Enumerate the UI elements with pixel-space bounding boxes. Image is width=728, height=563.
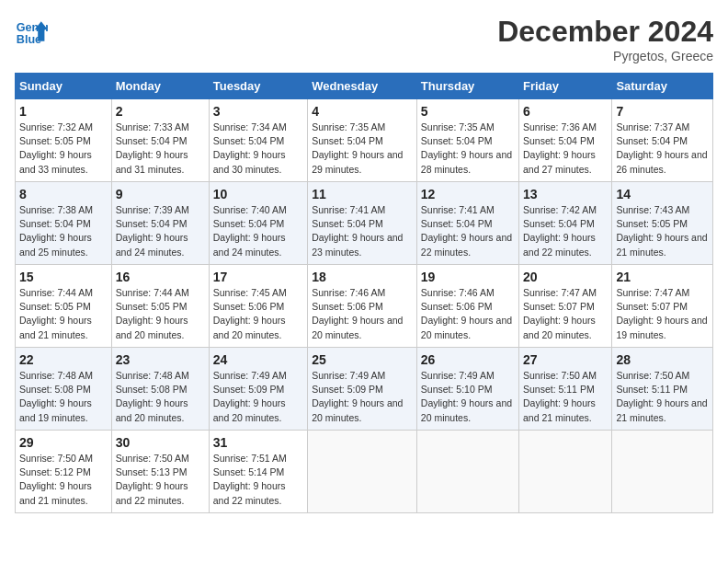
- day-info: Sunrise: 7:44 AMSunset: 5:05 PMDaylight:…: [19, 286, 108, 342]
- day-cell: 31 Sunrise: 7:51 AMSunset: 5:14 PMDaylig…: [209, 431, 307, 513]
- week-row-2: 8 Sunrise: 7:38 AMSunset: 5:04 PMDayligh…: [16, 182, 713, 265]
- weekday-header-monday: Monday: [111, 74, 209, 99]
- day-number: 11: [312, 187, 413, 201]
- weekday-header-thursday: Thursday: [416, 74, 518, 99]
- day-number: 30: [116, 435, 205, 450]
- day-cell: 30 Sunrise: 7:50 AMSunset: 5:13 PMDaylig…: [111, 431, 209, 513]
- day-number: 5: [421, 104, 515, 119]
- day-number: 26: [421, 352, 515, 367]
- day-number: 29: [19, 435, 108, 450]
- day-cell: 17 Sunrise: 7:45 AMSunset: 5:06 PMDaylig…: [209, 265, 307, 348]
- day-info: Sunrise: 7:49 AMSunset: 5:09 PMDaylight:…: [312, 369, 413, 425]
- title-block: December 2024 Pyrgetos, Greece: [497, 15, 713, 63]
- day-cell: 21 Sunrise: 7:47 AMSunset: 5:07 PMDaylig…: [612, 265, 713, 348]
- day-info: Sunrise: 7:50 AMSunset: 5:12 PMDaylight:…: [19, 452, 108, 508]
- day-cell: 11 Sunrise: 7:41 AMSunset: 5:04 PMDaylig…: [308, 182, 417, 265]
- day-info: Sunrise: 7:35 AMSunset: 5:04 PMDaylight:…: [312, 121, 413, 177]
- day-cell: 10 Sunrise: 7:40 AMSunset: 5:04 PMDaylig…: [209, 182, 307, 265]
- day-number: 18: [312, 270, 413, 284]
- day-number: 19: [421, 270, 515, 284]
- day-info: Sunrise: 7:45 AMSunset: 5:06 PMDaylight:…: [213, 286, 303, 342]
- weekday-header-wednesday: Wednesday: [308, 74, 417, 99]
- day-info: Sunrise: 7:47 AMSunset: 5:07 PMDaylight:…: [616, 286, 709, 342]
- day-number: 28: [616, 352, 709, 367]
- day-info: Sunrise: 7:43 AMSunset: 5:05 PMDaylight:…: [616, 203, 709, 259]
- day-cell: 9 Sunrise: 7:39 AMSunset: 5:04 PMDayligh…: [111, 182, 209, 265]
- day-cell: 3 Sunrise: 7:34 AMSunset: 5:04 PMDayligh…: [209, 99, 307, 182]
- week-row-4: 22 Sunrise: 7:48 AMSunset: 5:08 PMDaylig…: [16, 348, 713, 431]
- weekday-header-sunday: Sunday: [16, 74, 112, 99]
- day-info: Sunrise: 7:47 AMSunset: 5:07 PMDaylight:…: [523, 286, 608, 342]
- day-number: 9: [116, 187, 205, 201]
- day-number: 15: [19, 270, 108, 284]
- day-info: Sunrise: 7:48 AMSunset: 5:08 PMDaylight:…: [19, 369, 108, 425]
- day-number: 14: [616, 187, 709, 201]
- weekday-header-saturday: Saturday: [612, 74, 713, 99]
- day-number: 25: [312, 352, 413, 367]
- day-cell: 20 Sunrise: 7:47 AMSunset: 5:07 PMDaylig…: [519, 265, 612, 348]
- day-info: Sunrise: 7:41 AMSunset: 5:04 PMDaylight:…: [421, 203, 515, 259]
- day-number: 8: [19, 187, 108, 201]
- page-header: General Blue December 2024 Pyrgetos, Gre…: [15, 15, 713, 63]
- day-cell: [519, 431, 612, 513]
- day-info: Sunrise: 7:50 AMSunset: 5:13 PMDaylight:…: [116, 452, 205, 508]
- day-cell: 22 Sunrise: 7:48 AMSunset: 5:08 PMDaylig…: [16, 348, 112, 431]
- day-cell: 18 Sunrise: 7:46 AMSunset: 5:06 PMDaylig…: [308, 265, 417, 348]
- day-info: Sunrise: 7:38 AMSunset: 5:04 PMDaylight:…: [19, 203, 108, 259]
- day-info: Sunrise: 7:32 AMSunset: 5:05 PMDaylight:…: [19, 121, 108, 177]
- logo-icon: General Blue: [15, 15, 48, 48]
- day-cell: 29 Sunrise: 7:50 AMSunset: 5:12 PMDaylig…: [16, 431, 112, 513]
- day-info: Sunrise: 7:39 AMSunset: 5:04 PMDaylight:…: [116, 203, 205, 259]
- day-info: Sunrise: 7:37 AMSunset: 5:04 PMDaylight:…: [616, 121, 709, 177]
- day-cell: 5 Sunrise: 7:35 AMSunset: 5:04 PMDayligh…: [416, 99, 518, 182]
- day-cell: [612, 431, 713, 513]
- day-number: 10: [213, 187, 303, 201]
- day-cell: 15 Sunrise: 7:44 AMSunset: 5:05 PMDaylig…: [16, 265, 112, 348]
- day-info: Sunrise: 7:50 AMSunset: 5:11 PMDaylight:…: [616, 369, 709, 425]
- day-info: Sunrise: 7:44 AMSunset: 5:05 PMDaylight:…: [116, 286, 205, 342]
- day-cell: 27 Sunrise: 7:50 AMSunset: 5:11 PMDaylig…: [519, 348, 612, 431]
- day-number: 23: [116, 352, 205, 367]
- day-cell: 8 Sunrise: 7:38 AMSunset: 5:04 PMDayligh…: [16, 182, 112, 265]
- day-info: Sunrise: 7:41 AMSunset: 5:04 PMDaylight:…: [312, 203, 413, 259]
- day-info: Sunrise: 7:46 AMSunset: 5:06 PMDaylight:…: [421, 286, 515, 342]
- day-number: 1: [19, 104, 108, 119]
- day-info: Sunrise: 7:49 AMSunset: 5:10 PMDaylight:…: [421, 369, 515, 425]
- day-cell: 6 Sunrise: 7:36 AMSunset: 5:04 PMDayligh…: [519, 99, 612, 182]
- day-number: 4: [312, 104, 413, 119]
- day-number: 2: [116, 104, 205, 119]
- day-number: 3: [213, 104, 303, 119]
- day-info: Sunrise: 7:46 AMSunset: 5:06 PMDaylight:…: [312, 286, 413, 342]
- day-cell: 24 Sunrise: 7:49 AMSunset: 5:09 PMDaylig…: [209, 348, 307, 431]
- day-cell: 12 Sunrise: 7:41 AMSunset: 5:04 PMDaylig…: [416, 182, 518, 265]
- day-cell: 14 Sunrise: 7:43 AMSunset: 5:05 PMDaylig…: [612, 182, 713, 265]
- day-cell: [308, 431, 417, 513]
- logo: General Blue: [15, 15, 48, 48]
- day-cell: 7 Sunrise: 7:37 AMSunset: 5:04 PMDayligh…: [612, 99, 713, 182]
- weekday-header-friday: Friday: [519, 74, 612, 99]
- day-info: Sunrise: 7:35 AMSunset: 5:04 PMDaylight:…: [421, 121, 515, 177]
- svg-text:Blue: Blue: [17, 33, 41, 46]
- header-row: SundayMondayTuesdayWednesdayThursdayFrid…: [16, 74, 713, 99]
- day-info: Sunrise: 7:42 AMSunset: 5:04 PMDaylight:…: [523, 203, 608, 259]
- day-cell: 23 Sunrise: 7:48 AMSunset: 5:08 PMDaylig…: [111, 348, 209, 431]
- day-number: 27: [523, 352, 608, 367]
- day-info: Sunrise: 7:49 AMSunset: 5:09 PMDaylight:…: [213, 369, 303, 425]
- day-cell: 2 Sunrise: 7:33 AMSunset: 5:04 PMDayligh…: [111, 99, 209, 182]
- day-number: 20: [523, 270, 608, 284]
- day-info: Sunrise: 7:36 AMSunset: 5:04 PMDaylight:…: [523, 121, 608, 177]
- day-info: Sunrise: 7:40 AMSunset: 5:04 PMDaylight:…: [213, 203, 303, 259]
- day-cell: 26 Sunrise: 7:49 AMSunset: 5:10 PMDaylig…: [416, 348, 518, 431]
- week-row-5: 29 Sunrise: 7:50 AMSunset: 5:12 PMDaylig…: [16, 431, 713, 513]
- day-number: 31: [213, 435, 303, 450]
- day-cell: 4 Sunrise: 7:35 AMSunset: 5:04 PMDayligh…: [308, 99, 417, 182]
- day-number: 17: [213, 270, 303, 284]
- day-info: Sunrise: 7:51 AMSunset: 5:14 PMDaylight:…: [213, 452, 303, 508]
- calendar-table: SundayMondayTuesdayWednesdayThursdayFrid…: [15, 73, 713, 513]
- day-info: Sunrise: 7:48 AMSunset: 5:08 PMDaylight:…: [116, 369, 205, 425]
- day-number: 6: [523, 104, 608, 119]
- day-cell: 13 Sunrise: 7:42 AMSunset: 5:04 PMDaylig…: [519, 182, 612, 265]
- day-info: Sunrise: 7:50 AMSunset: 5:11 PMDaylight:…: [523, 369, 608, 425]
- day-cell: 1 Sunrise: 7:32 AMSunset: 5:05 PMDayligh…: [16, 99, 112, 182]
- day-number: 7: [616, 104, 709, 119]
